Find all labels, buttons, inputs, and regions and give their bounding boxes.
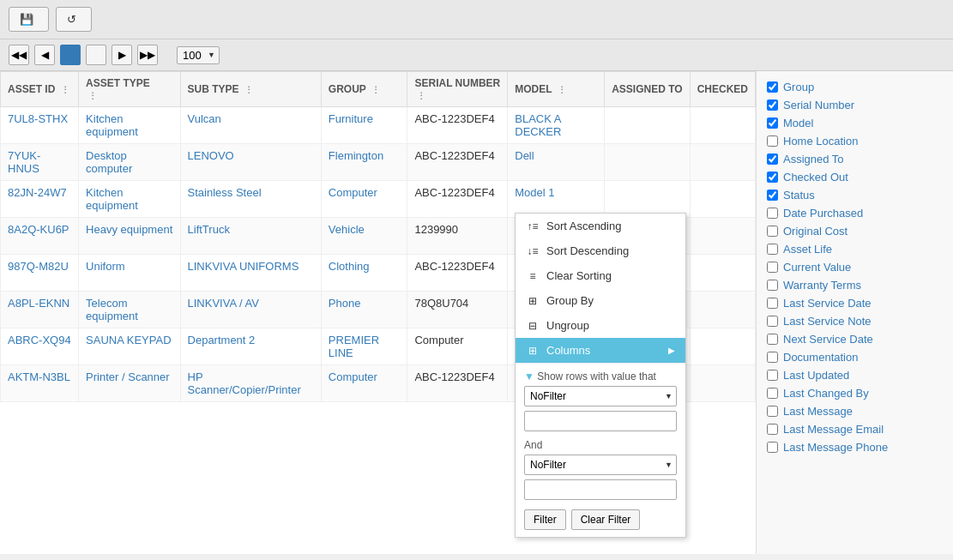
cell-asset-type: Desktop computer	[79, 144, 180, 181]
save-grid-state-button[interactable]: 💾	[9, 7, 49, 32]
checkbox-item-serial_number[interactable]: Serial Number	[767, 96, 943, 114]
filter-value-1-input[interactable]	[524, 411, 677, 431]
cell-assigned-to	[605, 107, 690, 144]
checkbox-item-last_changed_by[interactable]: Last Changed By	[767, 384, 943, 402]
col-sub-type: SUB TYPE ⋮	[180, 72, 321, 107]
checkbox-warranty_terms[interactable]	[767, 280, 778, 291]
checkbox-label-last_service_date: Last Service Date	[783, 297, 872, 310]
columns-item[interactable]: ⊞ Columns ▶	[516, 338, 685, 363]
sort-desc-icon: ↓≡	[526, 245, 540, 257]
last-page-button[interactable]: ▶▶	[137, 45, 158, 65]
col-menu-icon-serial-number[interactable]: ⋮	[417, 91, 425, 100]
checkbox-item-group[interactable]: Group	[767, 78, 943, 96]
checkbox-item-last_message_phone[interactable]: Last Message Phone	[767, 438, 943, 456]
cell-group: Flemington	[321, 144, 407, 181]
col-menu-icon-asset-type[interactable]: ⋮	[88, 91, 97, 100]
cell-asset-type: Printer / Scanner	[79, 365, 180, 402]
checkbox-label-checked_out: Checked Out	[783, 171, 848, 184]
sort-ascending-item[interactable]: ↑≡ Sort Ascending	[516, 214, 685, 238]
reset-grid-state-button[interactable]: ↺	[56, 7, 92, 32]
table-row[interactable]: 7YUK-HNUS Desktop computer LENOVO Flemin…	[1, 144, 756, 181]
checkbox-item-last_message_email[interactable]: Last Message Email	[767, 420, 943, 438]
checkbox-last_service_note[interactable]	[767, 316, 778, 327]
checkbox-label-last_changed_by: Last Changed By	[783, 387, 869, 400]
columns-submenu-arrow: ▶	[668, 346, 675, 355]
checkbox-item-assigned_to[interactable]: Assigned To	[767, 150, 943, 168]
checkbox-item-last_service_date[interactable]: Last Service Date	[767, 294, 943, 312]
cell-serial-number: ABC-1223DEF4	[407, 107, 508, 144]
checkbox-item-warranty_terms[interactable]: Warranty Terms	[767, 276, 943, 294]
checkbox-assigned_to[interactable]	[767, 154, 778, 165]
checkbox-item-checked_out[interactable]: Checked Out	[767, 168, 943, 186]
col-menu-icon-group[interactable]: ⋮	[371, 85, 380, 94]
checkbox-label-assigned_to: Assigned To	[783, 153, 844, 166]
checkbox-item-home_location[interactable]: Home Location	[767, 132, 943, 150]
filter-value-2-input[interactable]	[524, 479, 677, 500]
checkbox-item-model[interactable]: Model	[767, 114, 943, 132]
checkbox-status[interactable]	[767, 190, 778, 201]
checkbox-item-status[interactable]: Status	[767, 186, 943, 204]
page-2-button[interactable]	[86, 45, 106, 65]
first-page-button[interactable]: ◀◀	[9, 45, 29, 65]
checkbox-item-date_purchased[interactable]: Date Purchased	[767, 204, 943, 222]
filter-section: ▼ Show rows with value that NoFilter Con…	[516, 363, 685, 537]
col-menu-icon-model[interactable]: ⋮	[558, 85, 566, 94]
checkbox-next_service_date[interactable]	[767, 334, 778, 345]
checkbox-group[interactable]	[767, 81, 778, 93]
checkbox-model[interactable]	[767, 117, 778, 129]
cell-serial-number: ABC-1223DEF4	[407, 365, 508, 402]
checkbox-item-asset_life[interactable]: Asset Life	[767, 240, 943, 258]
sort-ascending-label: Sort Ascending	[546, 220, 621, 232]
checkbox-item-last_updated[interactable]: Last Updated	[767, 366, 943, 384]
prev-page-button[interactable]: ◀	[34, 45, 55, 65]
checkbox-item-last_message[interactable]: Last Message	[767, 402, 943, 420]
checkbox-current_value[interactable]	[767, 262, 778, 273]
checkbox-label-warranty_terms: Warranty Terms	[783, 279, 861, 292]
checkbox-last_message_phone[interactable]	[767, 442, 778, 453]
filter-type-2-select[interactable]: NoFilter Contains Equals	[524, 455, 677, 475]
cell-asset-type: Uniform	[79, 255, 180, 292]
checkbox-last_updated[interactable]	[767, 370, 778, 381]
checkbox-original_cost[interactable]	[767, 226, 778, 237]
checkbox-label-last_message_email: Last Message Email	[783, 423, 884, 436]
ungroup-item[interactable]: ⊟ Ungroup	[516, 313, 685, 338]
col-menu-icon-sub-type[interactable]: ⋮	[244, 85, 253, 94]
filter-type-1-select[interactable]: NoFilter Contains Equals Starts With	[524, 386, 677, 406]
clear-sort-icon: ≡	[526, 270, 540, 282]
checkbox-home_location[interactable]	[767, 135, 778, 147]
cell-model: BLACK A DECKER	[508, 107, 605, 144]
data-grid[interactable]: ASSET ID ⋮ ASSET TYPE ⋮ SUB TYPE ⋮ GROUP…	[0, 71, 756, 554]
group-by-item[interactable]: ⊞ Group By	[516, 288, 685, 313]
checkbox-last_message_email[interactable]	[767, 424, 778, 435]
checkbox-documentation[interactable]	[767, 352, 778, 363]
cell-sub-type: HP Scanner/Copier/Printer	[180, 365, 321, 402]
checkbox-item-current_value[interactable]: Current Value	[767, 258, 943, 276]
cell-group: PREMIER LINE	[321, 328, 407, 365]
clear-sorting-item[interactable]: ≡ Clear Sorting	[516, 263, 685, 288]
checkbox-last_changed_by[interactable]	[767, 388, 778, 399]
cell-asset-type: Kitchen equipment	[79, 181, 180, 218]
checkbox-checked_out[interactable]	[767, 172, 778, 183]
filter-apply-button[interactable]: Filter	[524, 509, 566, 530]
checkbox-item-last_service_note[interactable]: Last Service Note	[767, 312, 943, 330]
page-1-button[interactable]	[60, 45, 81, 65]
checkbox-serial_number[interactable]	[767, 99, 778, 111]
table-row[interactable]: 7UL8-STHX Kitchen equipment Vulcan Furni…	[1, 107, 756, 144]
checkbox-item-documentation[interactable]: Documentation	[767, 348, 943, 366]
checkbox-label-original_cost: Original Cost	[783, 225, 847, 238]
checkbox-asset_life[interactable]	[767, 244, 778, 255]
cell-group: Vehicle	[321, 218, 407, 255]
clear-filter-button[interactable]: Clear Filter	[571, 509, 641, 530]
sort-descending-item[interactable]: ↓≡ Sort Descending	[516, 238, 685, 263]
checkbox-label-documentation: Documentation	[783, 351, 858, 364]
checkbox-item-original_cost[interactable]: Original Cost	[767, 222, 943, 240]
cell-sub-type: LINKVIVA UNIFORMS	[180, 255, 321, 292]
checkbox-last_service_date[interactable]	[767, 298, 778, 309]
checkbox-date_purchased[interactable]	[767, 208, 778, 219]
page-size-select[interactable]: 25 50 100 200	[177, 46, 220, 64]
checkbox-last_message[interactable]	[767, 406, 778, 417]
cell-asset-id: 82JN-24W7	[1, 181, 79, 218]
next-page-button[interactable]: ▶	[112, 45, 132, 65]
checkbox-item-next_service_date[interactable]: Next Service Date	[767, 330, 943, 348]
col-menu-icon-asset-id[interactable]: ⋮	[61, 85, 69, 94]
